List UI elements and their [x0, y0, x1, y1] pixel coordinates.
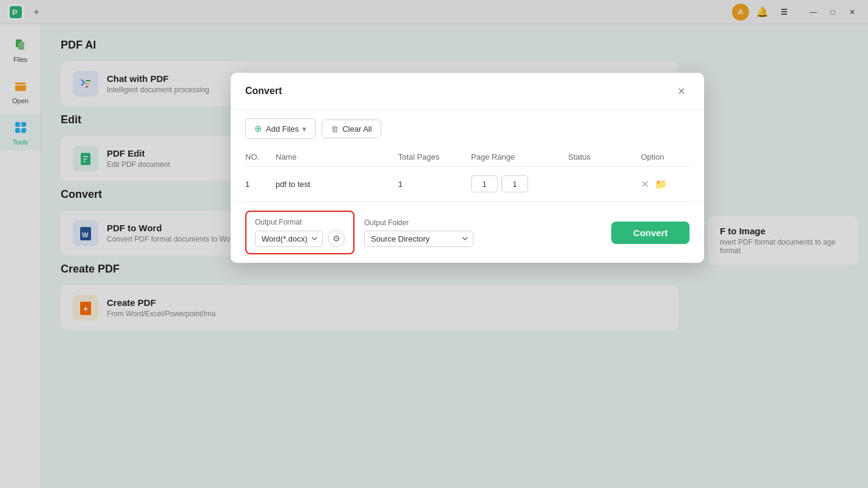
modal-header: Convert ✕ — [231, 73, 704, 110]
row-actions: ✕ 📁 — [641, 178, 690, 190]
open-folder-button[interactable]: 📁 — [655, 178, 667, 190]
modal-close-button[interactable]: ✕ — [673, 83, 690, 100]
add-files-dropdown-icon: ▾ — [302, 124, 307, 134]
format-select[interactable]: Word(*.docx) PDF(*.pdf) Excel(*.xlsx) PP… — [255, 231, 323, 247]
clear-icon: 🗑 — [331, 124, 339, 134]
format-select-wrapper: Word(*.docx) PDF(*.pdf) Excel(*.xlsx) PP… — [255, 230, 345, 247]
modal-toolbar: ⊕ Add Files ▾ 🗑 Clear All — [231, 110, 704, 147]
delete-row-button[interactable]: ✕ — [641, 178, 649, 190]
add-files-button[interactable]: ⊕ Add Files ▾ — [245, 118, 316, 139]
col-page-range: Page Range — [471, 152, 568, 161]
col-total-pages: Total Pages — [398, 152, 471, 161]
add-files-label: Add Files — [266, 124, 299, 134]
output-format-section: Output Format Word(*.docx) PDF(*.pdf) Ex… — [245, 211, 354, 254]
page-range-end-input[interactable] — [501, 175, 528, 192]
convert-modal: Convert ✕ ⊕ Add Files ▾ 🗑 Clear All NO. … — [231, 73, 704, 263]
folder-select[interactable]: Source Directory Custom... — [364, 231, 473, 247]
modal-title: Convert — [245, 86, 282, 97]
convert-button[interactable]: Convert — [611, 222, 690, 244]
modal-bottom: Output Format Word(*.docx) PDF(*.pdf) Ex… — [231, 202, 704, 263]
row-page-range — [471, 175, 568, 192]
col-name: Name — [276, 152, 398, 161]
add-icon: ⊕ — [254, 123, 262, 134]
row-name: pdf to test — [276, 180, 398, 189]
format-settings-button[interactable]: ⚙ — [328, 230, 345, 247]
col-no: NO. — [245, 152, 276, 161]
col-status: Status — [568, 152, 641, 161]
modal-overlay[interactable]: Convert ✕ ⊕ Add Files ▾ 🗑 Clear All NO. … — [0, 0, 868, 488]
output-folder-section: Output Folder Source Directory Custom... — [364, 219, 473, 247]
output-format-label: Output Format — [255, 218, 345, 226]
file-table: NO. Name Total Pages Page Range Status O… — [231, 147, 704, 202]
row-no: 1 — [245, 180, 276, 189]
table-header: NO. Name Total Pages Page Range Status O… — [245, 147, 690, 167]
row-total-pages: 1 — [398, 180, 471, 189]
clear-all-label: Clear All — [342, 124, 371, 134]
output-folder-label: Output Folder — [364, 219, 473, 227]
page-range-start-input[interactable] — [471, 175, 498, 192]
clear-all-button[interactable]: 🗑 Clear All — [322, 120, 381, 138]
col-option: Option — [641, 152, 690, 161]
table-row: 1 pdf to test 1 ✕ 📁 — [245, 167, 690, 202]
